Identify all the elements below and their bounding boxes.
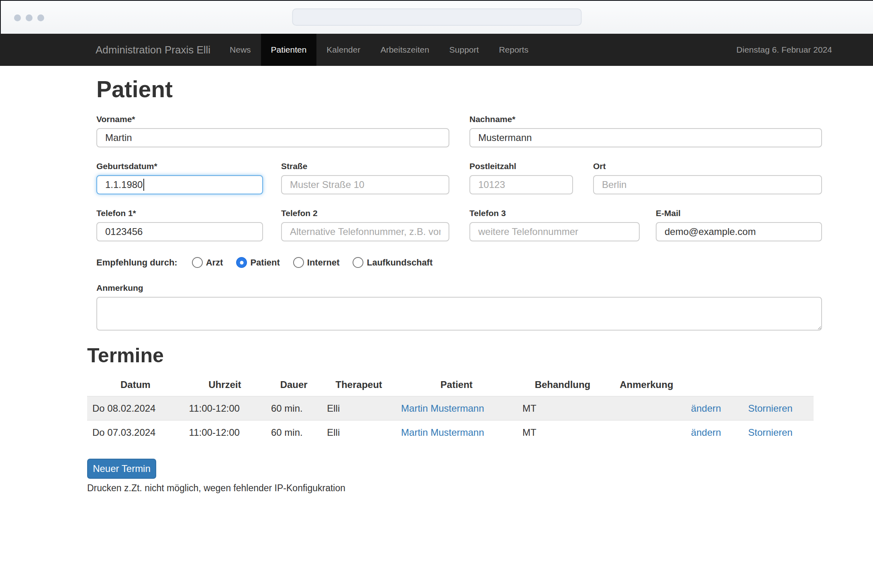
- col-header-behandlung: Behandlung: [517, 375, 608, 396]
- cell-stornieren: Stornieren: [727, 421, 814, 445]
- telefon1-input[interactable]: [96, 222, 263, 241]
- telefon3-label: Telefon 3: [469, 208, 640, 218]
- nav-item-support[interactable]: Support: [439, 34, 489, 66]
- geburtsdatum-value: 1.1.1980: [105, 179, 143, 190]
- nav-item-arbeitszeiten[interactable]: Arbeitszeiten: [370, 34, 439, 66]
- cell-datum: Do 08.02.2024: [87, 396, 184, 421]
- col-header-datum: Datum: [87, 375, 184, 396]
- geburtsdatum-input[interactable]: 1.1.1980: [96, 175, 263, 194]
- main-navbar: Administration Praxis Elli News Patiente…: [0, 34, 873, 66]
- radio-patient-circle[interactable]: [236, 257, 247, 268]
- nav-item-kalender[interactable]: Kalender: [316, 34, 370, 66]
- patient-link[interactable]: Martin Mustermann: [401, 403, 484, 414]
- form-row-address: Geburtsdatum* 1.1.1980 Straße Postleitza…: [96, 161, 822, 194]
- empfehlung-group: Empfehlung durch: Arzt Patient Internet …: [96, 257, 822, 268]
- cell-uhrzeit: 11:00-12:00: [184, 421, 266, 445]
- app-window: Administration Praxis Elli News Patiente…: [0, 0, 873, 588]
- col-header-aendern: [685, 375, 727, 396]
- cell-therapeut: Elli: [322, 421, 396, 445]
- termine-section: Termine Datum Uhrzeit Dauer Therapeut Pa…: [87, 344, 814, 494]
- email-label: E-Mail: [656, 208, 822, 218]
- col-header-dauer: Dauer: [266, 375, 322, 396]
- email-input[interactable]: [656, 222, 822, 241]
- col-header-stornieren: [727, 375, 814, 396]
- radio-laufkundschaft[interactable]: Laufkundschaft: [353, 257, 432, 268]
- window-minimize-icon[interactable]: [26, 14, 33, 21]
- radio-arzt[interactable]: Arzt: [192, 257, 223, 268]
- geburtsdatum-label: Geburtsdatum*: [96, 161, 263, 171]
- radio-laufkundschaft-circle[interactable]: [353, 257, 363, 268]
- form-row-anmerkung: Anmerkung: [96, 283, 822, 331]
- col-header-uhrzeit: Uhrzeit: [184, 375, 266, 396]
- cell-aendern: ändern: [685, 421, 727, 445]
- vorname-input[interactable]: [96, 128, 449, 147]
- radio-internet-circle[interactable]: [293, 257, 304, 268]
- aendern-link[interactable]: ändern: [691, 403, 721, 414]
- radio-patient[interactable]: Patient: [236, 257, 279, 268]
- table-row: Do 08.02.2024 11:00-12:00 60 min. Elli M…: [87, 396, 814, 421]
- radio-internet[interactable]: Internet: [293, 257, 340, 268]
- print-unavailable-note: Drucken z.Zt. nicht möglich, wegen fehle…: [87, 483, 814, 494]
- telefon2-input[interactable]: [281, 222, 449, 241]
- nachname-label: Nachname*: [469, 114, 822, 124]
- table-row: Do 07.03.2024 11:00-12:00 60 min. Elli M…: [87, 421, 814, 445]
- termine-table: Datum Uhrzeit Dauer Therapeut Patient Be…: [87, 375, 814, 445]
- postleitzahl-label: Postleitzahl: [469, 161, 573, 171]
- table-header-row: Datum Uhrzeit Dauer Therapeut Patient Be…: [87, 375, 814, 396]
- cell-anmerkung: [608, 421, 685, 445]
- neuer-termin-button[interactable]: Neuer Termin: [87, 459, 156, 479]
- telefon1-label: Telefon 1*: [96, 208, 263, 218]
- ort-label: Ort: [593, 161, 822, 171]
- postleitzahl-input[interactable]: [469, 175, 573, 194]
- form-row-name: Vorname* Nachname*: [96, 114, 822, 147]
- col-header-anmerkung: Anmerkung: [608, 375, 685, 396]
- cell-dauer: 60 min.: [266, 396, 322, 421]
- page-title: Patient: [96, 76, 822, 102]
- ort-input[interactable]: [593, 175, 822, 194]
- cell-anmerkung: [608, 396, 685, 421]
- telefon3-input[interactable]: [469, 222, 640, 241]
- radio-laufkundschaft-label: Laufkundschaft: [367, 257, 432, 268]
- navbar-menu: News Patienten Kalender Arbeitszeiten Su…: [220, 34, 538, 66]
- strasse-input[interactable]: [281, 175, 449, 194]
- stornieren-link[interactable]: Stornieren: [748, 403, 793, 414]
- cell-patient: Martin Mustermann: [396, 396, 517, 421]
- radio-patient-label: Patient: [250, 257, 279, 268]
- navbar-brand[interactable]: Administration Praxis Elli: [96, 34, 210, 66]
- stornieren-link[interactable]: Stornieren: [748, 427, 793, 438]
- termine-title: Termine: [87, 344, 814, 367]
- aendern-link[interactable]: ändern: [691, 427, 721, 438]
- window-zoom-icon[interactable]: [37, 14, 44, 21]
- cell-dauer: 60 min.: [266, 421, 322, 445]
- cell-patient: Martin Mustermann: [396, 421, 517, 445]
- nachname-input[interactable]: [469, 128, 822, 147]
- radio-arzt-label: Arzt: [206, 257, 223, 268]
- nav-item-reports[interactable]: Reports: [489, 34, 538, 66]
- col-header-therapeut: Therapeut: [322, 375, 396, 396]
- text-cursor: [143, 179, 144, 191]
- cell-behandlung: MT: [517, 421, 608, 445]
- cell-uhrzeit: 11:00-12:00: [184, 396, 266, 421]
- vorname-label: Vorname*: [96, 114, 449, 124]
- cell-datum: Do 07.03.2024: [87, 421, 184, 445]
- telefon2-label: Telefon 2: [281, 208, 449, 218]
- cell-behandlung: MT: [517, 396, 608, 421]
- address-bar[interactable]: [292, 8, 582, 26]
- strasse-label: Straße: [281, 161, 449, 171]
- window-controls: [14, 14, 44, 21]
- cell-stornieren: Stornieren: [727, 396, 814, 421]
- radio-internet-label: Internet: [307, 257, 340, 268]
- anmerkung-textarea[interactable]: [96, 297, 822, 331]
- nav-item-news[interactable]: News: [220, 34, 261, 66]
- browser-chrome: [0, 1, 873, 34]
- nav-item-patienten[interactable]: Patienten: [261, 34, 317, 66]
- patient-form: Patient Vorname* Nachname* Geburtsdatum*…: [96, 76, 822, 331]
- window-close-icon[interactable]: [14, 14, 21, 21]
- col-header-patient: Patient: [396, 375, 517, 396]
- anmerkung-label: Anmerkung: [96, 283, 822, 293]
- radio-arzt-circle[interactable]: [192, 257, 203, 268]
- empfehlung-label: Empfehlung durch:: [96, 257, 177, 268]
- cell-therapeut: Elli: [322, 396, 396, 421]
- patient-link[interactable]: Martin Mustermann: [401, 427, 484, 438]
- form-row-contact: Telefon 1* Telefon 2 Telefon 3 E-Mail: [96, 208, 822, 241]
